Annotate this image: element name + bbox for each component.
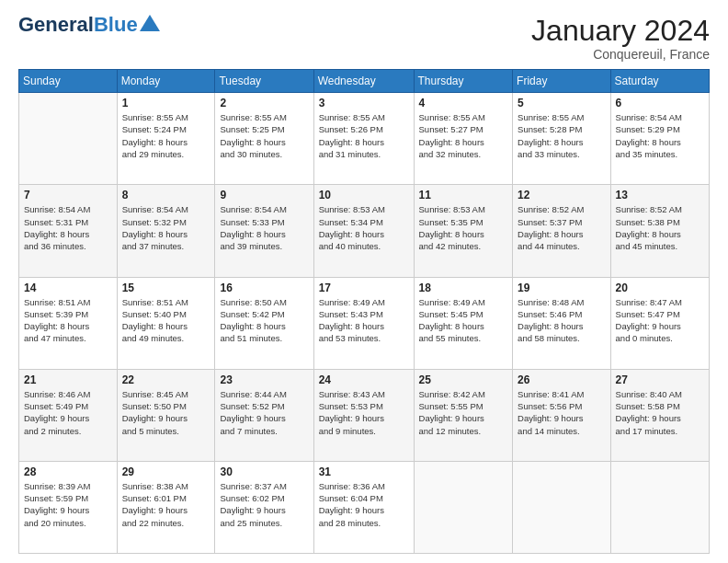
svg-marker-0 [140,15,160,31]
calendar-week-5: 28Sunrise: 8:39 AMSunset: 5:59 PMDayligh… [19,461,710,553]
col-header-sunday: Sunday [19,70,118,93]
main-title: January 2024 [531,15,710,47]
day-number: 24 [319,373,409,386]
day-number: 17 [319,282,409,294]
day-info: Sunrise: 8:46 AMSunset: 5:49 PMDaylight:… [24,388,112,437]
day-number: 11 [419,189,508,201]
col-header-wednesday: Wednesday [313,70,414,93]
calendar-cell: 31Sunrise: 8:36 AMSunset: 6:04 PMDayligh… [313,461,414,553]
calendar-cell: 20Sunrise: 8:47 AMSunset: 5:47 PMDayligh… [610,277,709,369]
day-info: Sunrise: 8:37 AMSunset: 6:02 PMDaylight:… [220,480,308,529]
calendar-cell: 28Sunrise: 8:39 AMSunset: 5:59 PMDayligh… [19,461,118,553]
calendar-week-4: 21Sunrise: 8:46 AMSunset: 5:49 PMDayligh… [19,369,710,461]
day-info: Sunrise: 8:50 AMSunset: 5:42 PMDaylight:… [220,296,308,345]
day-info: Sunrise: 8:54 AMSunset: 5:31 PMDaylight:… [24,203,112,252]
calendar-cell: 13Sunrise: 8:52 AMSunset: 5:38 PMDayligh… [610,185,709,277]
day-info: Sunrise: 8:54 AMSunset: 5:32 PMDaylight:… [122,203,210,252]
day-number: 28 [24,465,112,478]
col-header-tuesday: Tuesday [215,70,313,93]
logo-text: GeneralBlue [18,15,138,35]
title-area: January 2024 Conquereuil, France [531,15,710,62]
calendar-cell: 30Sunrise: 8:37 AMSunset: 6:02 PMDayligh… [215,461,313,553]
calendar-week-1: 1Sunrise: 8:55 AMSunset: 5:24 PMDaylight… [19,93,710,185]
calendar-cell: 2Sunrise: 8:55 AMSunset: 5:25 PMDaylight… [215,93,313,185]
day-number: 16 [220,282,308,294]
day-number: 7 [24,189,112,201]
calendar-cell: 14Sunrise: 8:51 AMSunset: 5:39 PMDayligh… [19,277,118,369]
day-info: Sunrise: 8:52 AMSunset: 5:37 PMDaylight:… [518,203,605,252]
day-info: Sunrise: 8:53 AMSunset: 5:34 PMDaylight:… [319,203,409,252]
day-info: Sunrise: 8:55 AMSunset: 5:25 PMDaylight:… [220,111,308,160]
col-header-monday: Monday [117,70,215,93]
calendar-cell: 11Sunrise: 8:53 AMSunset: 5:35 PMDayligh… [414,185,513,277]
day-number: 9 [220,189,308,201]
logo-icon [140,15,160,31]
day-info: Sunrise: 8:45 AMSunset: 5:50 PMDaylight:… [122,388,210,437]
day-number: 6 [616,97,704,109]
day-info: Sunrise: 8:38 AMSunset: 6:01 PMDaylight:… [122,480,210,529]
day-info: Sunrise: 8:49 AMSunset: 5:45 PMDaylight:… [419,296,508,345]
day-number: 3 [319,97,409,109]
day-number: 26 [518,373,605,386]
day-info: Sunrise: 8:51 AMSunset: 5:40 PMDaylight:… [122,296,210,345]
calendar-cell: 26Sunrise: 8:41 AMSunset: 5:56 PMDayligh… [513,369,610,461]
calendar-cell [19,93,118,185]
day-number: 27 [616,373,704,386]
calendar-cell: 3Sunrise: 8:55 AMSunset: 5:26 PMDaylight… [313,93,414,185]
day-info: Sunrise: 8:43 AMSunset: 5:53 PMDaylight:… [319,388,409,437]
day-number: 8 [122,189,210,201]
subtitle: Conquereuil, France [531,47,710,62]
calendar-cell: 10Sunrise: 8:53 AMSunset: 5:34 PMDayligh… [313,185,414,277]
calendar-cell: 15Sunrise: 8:51 AMSunset: 5:40 PMDayligh… [117,277,215,369]
page: GeneralBlue January 2024 Conquereuil, Fr… [0,0,728,563]
day-info: Sunrise: 8:47 AMSunset: 5:47 PMDaylight:… [616,296,704,345]
day-info: Sunrise: 8:42 AMSunset: 5:55 PMDaylight:… [419,388,508,437]
calendar-cell [610,461,709,553]
day-number: 23 [220,373,308,386]
calendar-cell: 25Sunrise: 8:42 AMSunset: 5:55 PMDayligh… [414,369,513,461]
logo: GeneralBlue [18,15,160,35]
calendar-header-row: SundayMondayTuesdayWednesdayThursdayFrid… [19,70,710,93]
day-number: 2 [220,97,308,109]
calendar-cell [414,461,513,553]
day-number: 12 [518,189,605,201]
day-info: Sunrise: 8:48 AMSunset: 5:46 PMDaylight:… [518,296,605,345]
calendar-cell: 12Sunrise: 8:52 AMSunset: 5:37 PMDayligh… [513,185,610,277]
day-info: Sunrise: 8:52 AMSunset: 5:38 PMDaylight:… [616,203,704,252]
day-number: 5 [518,97,605,109]
calendar-cell: 22Sunrise: 8:45 AMSunset: 5:50 PMDayligh… [117,369,215,461]
day-info: Sunrise: 8:55 AMSunset: 5:28 PMDaylight:… [518,111,605,160]
day-info: Sunrise: 8:41 AMSunset: 5:56 PMDaylight:… [518,388,605,437]
day-info: Sunrise: 8:36 AMSunset: 6:04 PMDaylight:… [319,480,409,529]
day-info: Sunrise: 8:53 AMSunset: 5:35 PMDaylight:… [419,203,508,252]
calendar-cell: 1Sunrise: 8:55 AMSunset: 5:24 PMDaylight… [117,93,215,185]
day-number: 29 [122,465,210,478]
calendar-cell: 23Sunrise: 8:44 AMSunset: 5:52 PMDayligh… [215,369,313,461]
calendar-cell: 16Sunrise: 8:50 AMSunset: 5:42 PMDayligh… [215,277,313,369]
day-info: Sunrise: 8:39 AMSunset: 5:59 PMDaylight:… [24,480,112,529]
day-info: Sunrise: 8:51 AMSunset: 5:39 PMDaylight:… [24,296,112,345]
day-info: Sunrise: 8:40 AMSunset: 5:58 PMDaylight:… [616,388,704,437]
calendar-cell: 18Sunrise: 8:49 AMSunset: 5:45 PMDayligh… [414,277,513,369]
day-number: 13 [616,189,704,201]
day-number: 25 [419,373,508,386]
calendar-week-3: 14Sunrise: 8:51 AMSunset: 5:39 PMDayligh… [19,277,710,369]
day-number: 21 [24,373,112,386]
col-header-thursday: Thursday [414,70,513,93]
calendar-cell: 8Sunrise: 8:54 AMSunset: 5:32 PMDaylight… [117,185,215,277]
day-number: 19 [518,282,605,294]
day-info: Sunrise: 8:54 AMSunset: 5:29 PMDaylight:… [616,111,704,160]
calendar-cell: 6Sunrise: 8:54 AMSunset: 5:29 PMDaylight… [610,93,709,185]
calendar-cell: 5Sunrise: 8:55 AMSunset: 5:28 PMDaylight… [513,93,610,185]
calendar-cell: 19Sunrise: 8:48 AMSunset: 5:46 PMDayligh… [513,277,610,369]
day-number: 15 [122,282,210,294]
calendar-cell [513,461,610,553]
day-number: 20 [616,282,704,294]
day-number: 18 [419,282,508,294]
col-header-friday: Friday [513,70,610,93]
calendar-cell: 17Sunrise: 8:49 AMSunset: 5:43 PMDayligh… [313,277,414,369]
day-number: 4 [419,97,508,109]
day-number: 10 [319,189,409,201]
header: GeneralBlue January 2024 Conquereuil, Fr… [18,15,710,62]
day-info: Sunrise: 8:55 AMSunset: 5:24 PMDaylight:… [122,111,210,160]
